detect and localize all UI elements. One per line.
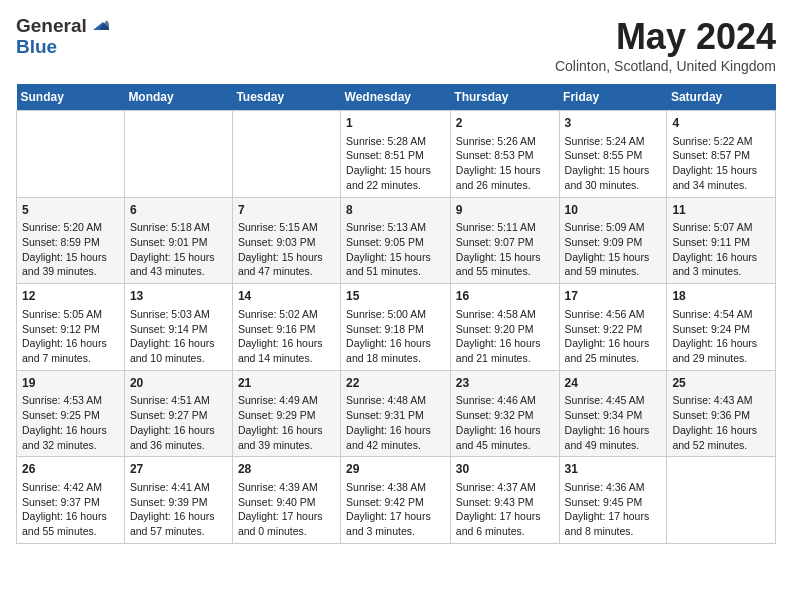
day-info: Sunrise: 5:00 AM Sunset: 9:18 PM Dayligh… [346,307,445,366]
calendar-week-row: 26Sunrise: 4:42 AM Sunset: 9:37 PM Dayli… [17,457,776,544]
calendar-day-cell: 24Sunrise: 4:45 AM Sunset: 9:34 PM Dayli… [559,370,667,457]
day-info: Sunrise: 5:24 AM Sunset: 8:55 PM Dayligh… [565,134,662,193]
day-of-week-header: Monday [124,84,232,111]
calendar-day-cell: 11Sunrise: 5:07 AM Sunset: 9:11 PM Dayli… [667,197,776,284]
logo-blue: Blue [16,37,109,58]
day-info: Sunrise: 5:18 AM Sunset: 9:01 PM Dayligh… [130,220,227,279]
day-info: Sunrise: 5:09 AM Sunset: 9:09 PM Dayligh… [565,220,662,279]
day-number: 26 [22,461,119,478]
calendar-day-cell: 17Sunrise: 4:56 AM Sunset: 9:22 PM Dayli… [559,284,667,371]
logo-general: General [16,16,87,37]
day-number: 18 [672,288,770,305]
day-number: 5 [22,202,119,219]
day-number: 23 [456,375,554,392]
day-number: 17 [565,288,662,305]
day-number: 11 [672,202,770,219]
day-info: Sunrise: 4:43 AM Sunset: 9:36 PM Dayligh… [672,393,770,452]
page-header: General Blue May 2024 Colinton, Scotland… [16,16,776,74]
calendar-day-cell: 2Sunrise: 5:26 AM Sunset: 8:53 PM Daylig… [450,111,559,198]
day-number: 13 [130,288,227,305]
logo: General Blue [16,16,109,58]
calendar-day-cell: 25Sunrise: 4:43 AM Sunset: 9:36 PM Dayli… [667,370,776,457]
day-of-week-header: Saturday [667,84,776,111]
location: Colinton, Scotland, United Kingdom [555,58,776,74]
calendar-week-row: 12Sunrise: 5:05 AM Sunset: 9:12 PM Dayli… [17,284,776,371]
day-info: Sunrise: 5:13 AM Sunset: 9:05 PM Dayligh… [346,220,445,279]
calendar-day-cell: 27Sunrise: 4:41 AM Sunset: 9:39 PM Dayli… [124,457,232,544]
day-number: 4 [672,115,770,132]
day-info: Sunrise: 5:11 AM Sunset: 9:07 PM Dayligh… [456,220,554,279]
calendar-day-cell: 16Sunrise: 4:58 AM Sunset: 9:20 PM Dayli… [450,284,559,371]
calendar-day-cell: 13Sunrise: 5:03 AM Sunset: 9:14 PM Dayli… [124,284,232,371]
day-number: 27 [130,461,227,478]
day-info: Sunrise: 5:22 AM Sunset: 8:57 PM Dayligh… [672,134,770,193]
day-number: 21 [238,375,335,392]
calendar-day-cell: 7Sunrise: 5:15 AM Sunset: 9:03 PM Daylig… [232,197,340,284]
month-title: May 2024 [555,16,776,58]
day-number: 31 [565,461,662,478]
day-info: Sunrise: 4:42 AM Sunset: 9:37 PM Dayligh… [22,480,119,539]
day-number: 30 [456,461,554,478]
calendar-day-cell: 30Sunrise: 4:37 AM Sunset: 9:43 PM Dayli… [450,457,559,544]
calendar-day-cell [667,457,776,544]
calendar-day-cell: 20Sunrise: 4:51 AM Sunset: 9:27 PM Dayli… [124,370,232,457]
day-info: Sunrise: 5:02 AM Sunset: 9:16 PM Dayligh… [238,307,335,366]
day-number: 9 [456,202,554,219]
calendar-day-cell: 26Sunrise: 4:42 AM Sunset: 9:37 PM Dayli… [17,457,125,544]
calendar-day-cell [232,111,340,198]
day-info: Sunrise: 4:54 AM Sunset: 9:24 PM Dayligh… [672,307,770,366]
day-number: 1 [346,115,445,132]
calendar-day-cell: 31Sunrise: 4:36 AM Sunset: 9:45 PM Dayli… [559,457,667,544]
calendar-day-cell: 21Sunrise: 4:49 AM Sunset: 9:29 PM Dayli… [232,370,340,457]
calendar-week-row: 1Sunrise: 5:28 AM Sunset: 8:51 PM Daylig… [17,111,776,198]
day-info: Sunrise: 5:05 AM Sunset: 9:12 PM Dayligh… [22,307,119,366]
day-info: Sunrise: 5:26 AM Sunset: 8:53 PM Dayligh… [456,134,554,193]
day-number: 12 [22,288,119,305]
day-of-week-header: Sunday [17,84,125,111]
day-number: 24 [565,375,662,392]
day-number: 7 [238,202,335,219]
day-number: 20 [130,375,227,392]
day-number: 22 [346,375,445,392]
day-info: Sunrise: 4:41 AM Sunset: 9:39 PM Dayligh… [130,480,227,539]
calendar-day-cell: 18Sunrise: 4:54 AM Sunset: 9:24 PM Dayli… [667,284,776,371]
day-info: Sunrise: 4:46 AM Sunset: 9:32 PM Dayligh… [456,393,554,452]
day-info: Sunrise: 4:56 AM Sunset: 9:22 PM Dayligh… [565,307,662,366]
calendar-day-cell: 1Sunrise: 5:28 AM Sunset: 8:51 PM Daylig… [341,111,451,198]
calendar-day-cell: 15Sunrise: 5:00 AM Sunset: 9:18 PM Dayli… [341,284,451,371]
calendar-day-cell: 19Sunrise: 4:53 AM Sunset: 9:25 PM Dayli… [17,370,125,457]
day-number: 25 [672,375,770,392]
day-number: 16 [456,288,554,305]
calendar-day-cell: 5Sunrise: 5:20 AM Sunset: 8:59 PM Daylig… [17,197,125,284]
day-number: 6 [130,202,227,219]
day-info: Sunrise: 5:20 AM Sunset: 8:59 PM Dayligh… [22,220,119,279]
day-info: Sunrise: 4:48 AM Sunset: 9:31 PM Dayligh… [346,393,445,452]
day-number: 3 [565,115,662,132]
day-info: Sunrise: 5:15 AM Sunset: 9:03 PM Dayligh… [238,220,335,279]
day-number: 28 [238,461,335,478]
day-info: Sunrise: 5:03 AM Sunset: 9:14 PM Dayligh… [130,307,227,366]
day-number: 19 [22,375,119,392]
day-info: Sunrise: 5:28 AM Sunset: 8:51 PM Dayligh… [346,134,445,193]
day-of-week-header: Thursday [450,84,559,111]
calendar-day-cell: 14Sunrise: 5:02 AM Sunset: 9:16 PM Dayli… [232,284,340,371]
day-number: 15 [346,288,445,305]
logo-icon [89,14,109,34]
calendar-day-cell: 4Sunrise: 5:22 AM Sunset: 8:57 PM Daylig… [667,111,776,198]
calendar-day-cell: 9Sunrise: 5:11 AM Sunset: 9:07 PM Daylig… [450,197,559,284]
day-number: 2 [456,115,554,132]
calendar-week-row: 5Sunrise: 5:20 AM Sunset: 8:59 PM Daylig… [17,197,776,284]
day-info: Sunrise: 4:51 AM Sunset: 9:27 PM Dayligh… [130,393,227,452]
calendar-day-cell [124,111,232,198]
calendar-day-cell: 29Sunrise: 4:38 AM Sunset: 9:42 PM Dayli… [341,457,451,544]
day-info: Sunrise: 4:45 AM Sunset: 9:34 PM Dayligh… [565,393,662,452]
calendar-day-cell: 6Sunrise: 5:18 AM Sunset: 9:01 PM Daylig… [124,197,232,284]
day-number: 14 [238,288,335,305]
calendar-day-cell: 12Sunrise: 5:05 AM Sunset: 9:12 PM Dayli… [17,284,125,371]
calendar-day-cell: 22Sunrise: 4:48 AM Sunset: 9:31 PM Dayli… [341,370,451,457]
day-info: Sunrise: 4:39 AM Sunset: 9:40 PM Dayligh… [238,480,335,539]
calendar-day-cell: 10Sunrise: 5:09 AM Sunset: 9:09 PM Dayli… [559,197,667,284]
day-info: Sunrise: 5:07 AM Sunset: 9:11 PM Dayligh… [672,220,770,279]
calendar-day-cell [17,111,125,198]
day-number: 29 [346,461,445,478]
